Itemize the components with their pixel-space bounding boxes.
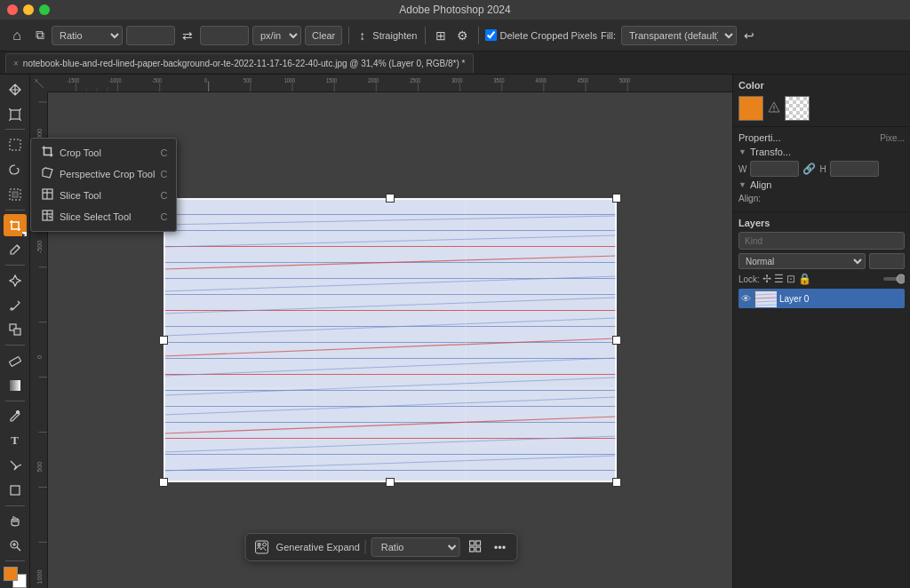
document-tab[interactable]: × notebook-blue-and-red-lined-paper-back… xyxy=(5,53,474,73)
perspective-crop-icon xyxy=(40,167,54,181)
generative-expand-icon xyxy=(253,538,271,556)
width-prop-input[interactable] xyxy=(750,161,799,177)
slice-tool-shortcut: C xyxy=(160,190,167,201)
svg-point-105 xyxy=(897,274,905,283)
close-button[interactable] xyxy=(7,4,18,15)
crop-handle-tc[interactable] xyxy=(386,194,395,203)
crop-ratio-select[interactable]: Ratio Original Ratio 1:1 4:3 16:9 xyxy=(371,537,460,557)
minimize-button[interactable] xyxy=(23,4,34,15)
fg-color-swatch[interactable] xyxy=(4,567,18,581)
undo-icon[interactable]: ↩ xyxy=(740,27,758,44)
background-color-swatch[interactable] xyxy=(785,96,810,121)
svg-line-3 xyxy=(9,119,11,121)
lock-all-icon[interactable]: 🔒 xyxy=(798,273,811,285)
crop-handle-mr[interactable] xyxy=(612,336,621,345)
pen-tool[interactable] xyxy=(4,405,27,428)
layer-visibility-icon[interactable]: 👁 xyxy=(741,293,751,304)
settings-icon[interactable]: ⚙ xyxy=(453,27,472,44)
home-button[interactable]: ⌂ xyxy=(5,24,28,47)
gradient-tool[interactable] xyxy=(4,374,27,397)
svg-text:3500: 3500 xyxy=(493,76,505,83)
paper-line xyxy=(164,310,617,311)
lock-pixel-icon[interactable]: ⊡ xyxy=(786,273,795,285)
transform-section[interactable]: ▼ Transfo... xyxy=(738,147,905,157)
lasso-tool[interactable] xyxy=(4,158,27,181)
brush-tool[interactable] xyxy=(4,294,27,317)
svg-text:0: 0 xyxy=(37,355,44,359)
tool-separator7 xyxy=(5,560,25,561)
svg-text:-1500: -1500 xyxy=(67,76,80,83)
fill-select[interactable]: Transparent (default) xyxy=(621,26,737,45)
crop-tool-shortcut: C xyxy=(160,147,167,158)
align-section[interactable]: ▼ Align xyxy=(738,179,905,190)
hand-tool[interactable] xyxy=(4,510,27,533)
svg-point-103 xyxy=(773,110,775,112)
grid-icon[interactable]: ⊞ xyxy=(432,27,450,44)
perspective-crop-option[interactable]: Perspective Crop Tool C xyxy=(31,163,176,185)
width-input[interactable] xyxy=(126,26,175,45)
type-tool[interactable]: T xyxy=(4,429,27,452)
swap-button[interactable]: ⇄ xyxy=(179,27,196,44)
paper-line xyxy=(164,278,617,279)
lock-position-icon[interactable]: ✢ xyxy=(762,273,771,285)
crop-handle-tr[interactable] xyxy=(612,194,621,203)
straighten-label: Straighten xyxy=(372,30,417,41)
svg-text:4000: 4000 xyxy=(536,76,547,83)
crop-bar-settings[interactable] xyxy=(466,538,485,557)
straighten-icon[interactable]: ↕ xyxy=(355,27,369,44)
eyedropper-tool[interactable] xyxy=(4,238,27,261)
crop-handle-br[interactable] xyxy=(612,478,621,487)
artboard-tool[interactable] xyxy=(4,103,27,126)
marquee-tool[interactable] xyxy=(4,133,27,156)
move-tool[interactable] xyxy=(4,78,27,101)
delete-cropped-checkbox[interactable]: Delete Cropped Pixels xyxy=(485,29,596,41)
clone-tool[interactable] xyxy=(4,319,27,342)
path-select-tool[interactable] xyxy=(4,454,27,477)
zoom-tool[interactable] xyxy=(4,534,27,557)
paper-line xyxy=(164,342,617,343)
layer-item[interactable]: 👁 Layer 0 xyxy=(738,289,905,308)
healing-tool[interactable] xyxy=(4,269,27,292)
slice-tool-option[interactable]: Slice Tool C xyxy=(31,185,176,206)
tool-separator xyxy=(5,129,25,130)
paper-line xyxy=(164,294,617,295)
delete-cropped-label: Delete Cropped Pixels xyxy=(499,30,596,41)
blend-mode-select[interactable]: Normal Dissolve Multiply Screen xyxy=(738,253,866,269)
object-select-tool[interactable] xyxy=(4,183,27,206)
maximize-button[interactable] xyxy=(39,4,50,15)
lock-draw-icon[interactable]: ☰ xyxy=(774,273,784,285)
layer-thumbnail xyxy=(754,290,776,306)
svg-line-4 xyxy=(20,119,21,121)
opacity-input[interactable] xyxy=(869,253,905,269)
clear-button[interactable]: Clear xyxy=(305,26,342,45)
foreground-color-swatch[interactable] xyxy=(738,96,763,121)
tab-close[interactable]: × xyxy=(13,59,19,68)
height-prop-input[interactable] xyxy=(830,161,879,177)
document-canvas[interactable] xyxy=(164,198,617,482)
unit-select[interactable]: px/in xyxy=(252,26,301,45)
properties-panel: Properti... Pixe... ▼ Transfo... W 🔗 H ▼… xyxy=(733,127,910,212)
crop-handle-ml[interactable] xyxy=(159,336,168,345)
crop-tool-option[interactable]: Crop Tool C xyxy=(31,142,176,163)
slice-tool-name: Slice Tool xyxy=(60,190,155,201)
ratio-select[interactable]: Ratio Original Ratio 1:1 4:3 xyxy=(52,26,123,45)
crop-handle-bl[interactable] xyxy=(159,478,168,487)
arrange-button[interactable]: ⧉ xyxy=(32,26,48,44)
width-row: W 🔗 H xyxy=(738,161,905,177)
height-input[interactable] xyxy=(200,26,249,45)
crop-handle-bc[interactable] xyxy=(386,478,395,487)
shape-tool[interactable] xyxy=(4,479,27,502)
layers-lock-row: Lock: ✢ ☰ ⊡ 🔒 xyxy=(738,273,905,285)
svg-point-13 xyxy=(16,410,19,413)
w-label: W xyxy=(738,164,746,174)
align-label: Align xyxy=(750,179,771,190)
svg-line-90 xyxy=(164,456,617,471)
svg-rect-7 xyxy=(12,192,18,197)
svg-line-25 xyxy=(35,79,44,88)
layers-kind-filter[interactable] xyxy=(738,232,905,250)
eraser-tool[interactable] xyxy=(4,349,27,372)
crop-tool[interactable]: ▶ xyxy=(4,214,27,237)
slice-select-option[interactable]: Slice Select Tool C xyxy=(31,206,176,227)
crop-bar-more[interactable]: ••• xyxy=(491,539,510,556)
link-icon[interactable]: 🔗 xyxy=(802,163,816,175)
